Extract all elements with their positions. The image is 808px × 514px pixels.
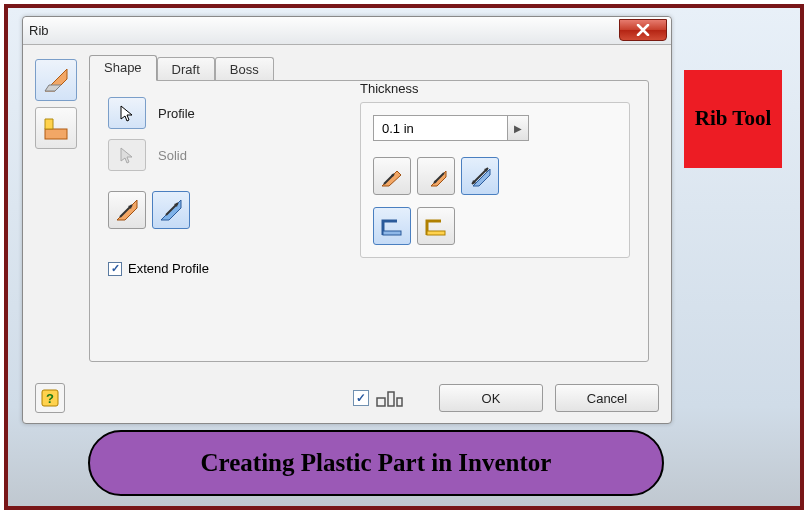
tab-draft[interactable]: Draft xyxy=(157,57,215,82)
finite-icon xyxy=(423,213,449,239)
help-button[interactable]: ? xyxy=(35,383,65,413)
cursor-disabled-icon xyxy=(118,146,136,164)
to-next-icon xyxy=(379,213,405,239)
tab-strip: Shape Draft Boss xyxy=(89,55,649,80)
flip-2-icon xyxy=(423,163,449,189)
shape-panel: Profile Solid xyxy=(89,80,649,362)
thickness-label: Thickness xyxy=(360,81,630,96)
svg-rect-15 xyxy=(383,231,401,235)
close-button[interactable] xyxy=(619,19,667,41)
preview-icon xyxy=(375,387,403,409)
direction-1-button[interactable] xyxy=(108,191,146,229)
thickness-input[interactable]: 0.1 in ▶ xyxy=(373,115,529,141)
rib-normal-mode-button[interactable] xyxy=(35,59,77,101)
thickness-mid-button[interactable] xyxy=(461,157,499,195)
tab-shape[interactable]: Shape xyxy=(89,55,157,81)
ok-button[interactable]: OK xyxy=(439,384,543,412)
svg-marker-12 xyxy=(473,169,490,186)
profile-select-button[interactable] xyxy=(108,97,146,129)
cancel-button[interactable]: Cancel xyxy=(555,384,659,412)
solid-select-button xyxy=(108,139,146,171)
direction-2-icon xyxy=(158,197,184,223)
rib-sketch-icon xyxy=(41,113,71,143)
svg-rect-21 xyxy=(397,398,402,406)
direction-1-icon xyxy=(114,197,140,223)
svg-rect-20 xyxy=(388,392,394,406)
svg-marker-1 xyxy=(45,85,61,91)
profile-label: Profile xyxy=(158,106,195,121)
caption-annotation: Creating Plastic Part in Inventor xyxy=(88,430,664,496)
tab-boss[interactable]: Boss xyxy=(215,57,274,82)
svg-rect-19 xyxy=(377,398,385,406)
thickness-value[interactable]: 0.1 in xyxy=(373,115,507,141)
flip-1-icon xyxy=(379,163,405,189)
rib-sketch-mode-button[interactable] xyxy=(35,107,77,149)
side-annotation: Rib Tool xyxy=(684,70,782,168)
extend-profile-checkbox[interactable] xyxy=(108,262,122,276)
thickness-flyout[interactable]: ▶ xyxy=(507,115,529,141)
svg-text:?: ? xyxy=(46,391,54,406)
preview-checkbox[interactable] xyxy=(353,390,369,406)
thickness-frame: 0.1 in ▶ xyxy=(360,102,630,258)
rib-dialog: Rib xyxy=(22,16,672,424)
thickness-flip-1-button[interactable] xyxy=(373,157,411,195)
thickness-flip-2-button[interactable] xyxy=(417,157,455,195)
svg-rect-16 xyxy=(427,231,445,235)
help-icon: ? xyxy=(40,388,60,408)
svg-marker-3 xyxy=(45,119,53,129)
extent-to-next-button[interactable] xyxy=(373,207,411,245)
cursor-icon xyxy=(118,104,136,122)
rib-normal-icon xyxy=(41,65,71,95)
solid-label: Solid xyxy=(158,148,187,163)
extent-finite-button[interactable] xyxy=(417,207,455,245)
close-icon xyxy=(636,24,650,36)
svg-rect-2 xyxy=(45,129,67,139)
titlebar: Rib xyxy=(23,17,671,45)
midplane-icon xyxy=(467,163,493,189)
direction-2-button[interactable] xyxy=(152,191,190,229)
dialog-title: Rib xyxy=(29,23,49,38)
extend-profile-label: Extend Profile xyxy=(128,261,209,276)
